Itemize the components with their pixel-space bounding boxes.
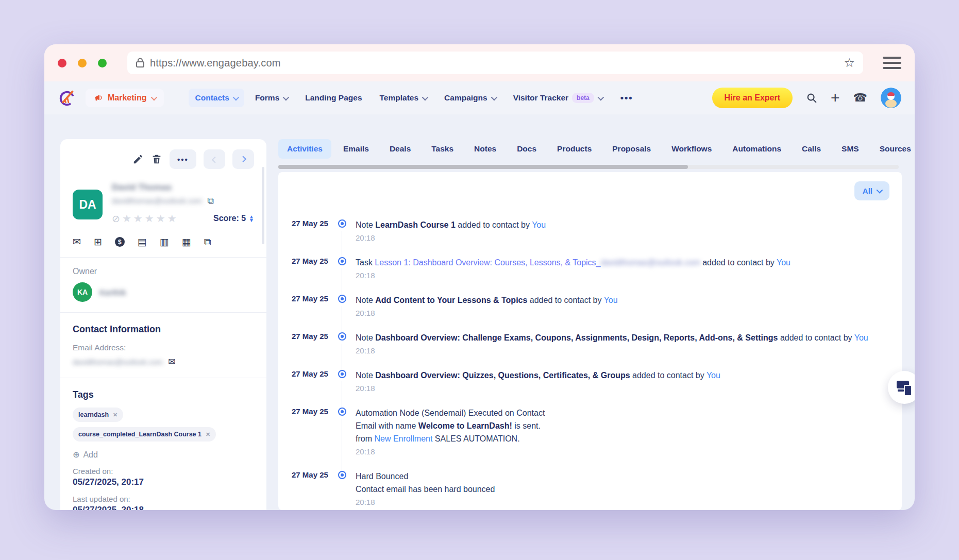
timeline-bullet-icon (338, 219, 346, 228)
activity-date: 27 May 25 (292, 470, 337, 506)
owner-name: Karthik (99, 288, 126, 297)
nav-item-templates[interactable]: Templates (373, 89, 434, 107)
timeline-bullet-icon (338, 295, 346, 303)
add-deal-icon[interactable]: $ (115, 237, 125, 247)
envelope-icon[interactable]: ✉ (168, 357, 175, 367)
engagebay-logo[interactable] (58, 88, 77, 108)
nav-more-button[interactable]: ••• (613, 93, 641, 104)
activity-segment: Note (356, 371, 375, 380)
nav-item-landing-pages[interactable]: Landing Pages (298, 89, 368, 107)
tab-emails[interactable]: Emails (334, 139, 378, 159)
add-doc-icon[interactable]: ▥ (160, 237, 169, 247)
sidebar-scrollbar[interactable] (262, 167, 264, 244)
activity-link[interactable]: You (604, 296, 618, 304)
bookmark-star-icon[interactable]: ☆ (844, 57, 855, 69)
url-text: https://www.engagebay.com (150, 57, 838, 69)
remove-tag-icon[interactable]: ✕ (113, 412, 117, 418)
schedule-icon[interactable]: ▦ (182, 237, 191, 247)
owner-row[interactable]: KA Karthik (73, 282, 254, 302)
tab-calls[interactable]: Calls (793, 139, 830, 159)
activity-body: Note Dashboard Overview: Quizzes, Questi… (356, 369, 888, 393)
next-contact-button[interactable] (232, 149, 254, 169)
add-note-icon[interactable]: ▤ (138, 237, 147, 247)
tags-heading: Tags (73, 389, 254, 400)
activity-link[interactable]: Lesson 1: Dashboard Overview: Courses, L… (375, 258, 600, 267)
edit-pencil-icon[interactable] (132, 154, 144, 165)
activity-time: 20:18 (356, 447, 888, 456)
minimize-window-icon[interactable] (78, 59, 87, 67)
activity-item: 27 May 25Note Dashboard Overview: Quizze… (292, 369, 888, 393)
tag-label: course_completed_LearnDash Course 1 (78, 431, 201, 438)
tab-workflows[interactable]: Workflows (663, 139, 720, 159)
add-label: Add (83, 450, 97, 460)
nav-item-label: Visitor Tracker (513, 93, 568, 103)
activity-link[interactable]: You (706, 371, 720, 380)
nav-item-label: Contacts (195, 93, 229, 103)
tab-activities[interactable]: Activities (278, 139, 331, 159)
tab-sources[interactable]: Sources (871, 139, 915, 159)
tab-automations[interactable]: Automations (724, 139, 790, 159)
nav-item-forms[interactable]: Forms (248, 89, 294, 107)
nav-item-label: Forms (255, 93, 279, 103)
tab-docs[interactable]: Docs (508, 139, 545, 159)
maximize-window-icon[interactable] (98, 59, 107, 67)
copy-icon[interactable]: ⧉ (207, 196, 213, 206)
send-email-icon[interactable]: ✉ (73, 237, 81, 247)
nav-item-visitor-tracker[interactable]: Visitor Tracker beta (507, 88, 609, 108)
tab-notes[interactable]: Notes (465, 139, 505, 159)
tag-pill[interactable]: course_completed_LearnDash Course 1✕ (73, 427, 216, 442)
activity-link[interactable]: You (854, 333, 868, 342)
nav-item-contacts[interactable]: Contacts (189, 89, 244, 107)
activity-link[interactable]: New Enrollment (374, 434, 432, 443)
timeline-bullet-icon (338, 408, 346, 416)
tab-deals[interactable]: Deals (381, 139, 419, 159)
tag-label: learndash (78, 411, 109, 418)
tag-pill[interactable]: learndash✕ (73, 408, 123, 422)
divider (60, 257, 266, 258)
score-stepper[interactable]: ▲▼ (249, 215, 254, 222)
remove-tag-icon[interactable]: ✕ (206, 431, 210, 438)
app-switcher[interactable]: Marketing (86, 89, 164, 107)
email-address-label: Email Address: (73, 343, 254, 352)
plus-circle-icon: ⊕ (73, 450, 79, 460)
tab-sms[interactable]: SMS (833, 139, 868, 159)
tab-tasks[interactable]: Tasks (423, 139, 462, 159)
star-rating[interactable]: ★★★★★ (122, 212, 179, 225)
add-task-icon[interactable]: ⊞ (94, 237, 102, 247)
contact-toolbar: ••• (73, 149, 254, 169)
nav-item-campaigns[interactable]: Campaigns (438, 89, 502, 107)
activity-date: 27 May 25 (292, 294, 337, 317)
tab-products[interactable]: Products (548, 139, 600, 159)
activity-date: 27 May 25 (292, 331, 337, 355)
workflow-icon[interactable]: ⧉ (204, 237, 211, 247)
previous-contact-button[interactable] (204, 149, 225, 169)
add-icon[interactable]: + (831, 90, 840, 106)
tab-proposals[interactable]: Proposals (603, 139, 660, 159)
activity-segment: added to contact by (630, 371, 706, 380)
scrollbar-thumb[interactable] (278, 165, 688, 169)
activity-filter-dropdown[interactable]: All (854, 181, 889, 200)
activity-link[interactable]: You (777, 258, 790, 267)
close-window-icon[interactable] (58, 59, 66, 67)
contact-more-button[interactable]: ••• (170, 149, 196, 169)
add-tag-button[interactable]: ⊕ Add (73, 450, 254, 460)
phone-icon[interactable]: ☎ (853, 92, 867, 104)
delete-trash-icon[interactable] (151, 154, 162, 165)
search-icon[interactable] (806, 92, 817, 104)
activity-segment: added to contact by (700, 258, 777, 267)
clear-rating-icon[interactable]: ⊘ (112, 213, 120, 225)
user-avatar[interactable] (881, 88, 901, 108)
hire-expert-button[interactable]: Hire an Expert (712, 88, 793, 108)
browser-menu-icon[interactable] (883, 57, 901, 69)
timeline (337, 470, 356, 506)
tab-bar: ActivitiesEmailsDealsTasksNotesDocsProdu… (278, 139, 902, 159)
contact-email: davidthomas@outlook.com (112, 197, 202, 205)
timeline (337, 369, 356, 393)
address-bar[interactable]: https://www.engagebay.com ☆ (127, 52, 863, 74)
activity-segment: davidthomas@outlook.com (601, 258, 700, 267)
window-controls (58, 59, 107, 67)
activity-link[interactable]: You (532, 220, 546, 229)
divider (60, 378, 266, 378)
activity-body: Hard BouncedContact email has been hard … (356, 470, 888, 506)
horizontal-scrollbar[interactable] (278, 165, 899, 169)
